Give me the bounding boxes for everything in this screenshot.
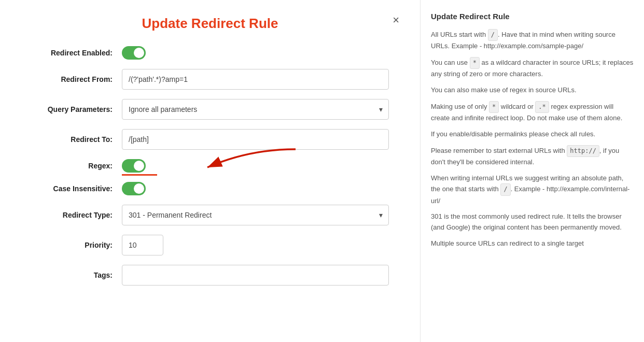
help-p4: Making use of only * wildcard or .* rege… bbox=[431, 101, 634, 124]
redirect-enabled-label: Redirect Enabled: bbox=[31, 49, 122, 57]
redirect-to-row: Redirect To: bbox=[31, 129, 389, 150]
help-p1: All URLs start with /. Have that in mind… bbox=[431, 29, 634, 52]
tags-row: Tags: bbox=[31, 265, 389, 286]
case-insensitive-row: Case Insensitive: ✓ bbox=[31, 182, 389, 195]
redirect-type-label: Redirect Type: bbox=[31, 211, 122, 219]
help-p9: Multiple source URLs can redirect to a s… bbox=[431, 238, 634, 249]
help-p3: You can also make use of regex in source… bbox=[431, 85, 634, 96]
slash-code2: / bbox=[500, 183, 510, 195]
modal-title: Update Redirect Rule bbox=[31, 16, 389, 32]
redirect-enabled-toggle[interactable]: ✓ bbox=[122, 46, 146, 60]
help-panel: Update Redirect Rule All URLs start with… bbox=[420, 0, 644, 342]
priority-label: Priority: bbox=[31, 241, 122, 249]
help-p6: Please remember to start external URLs w… bbox=[431, 145, 634, 168]
priority-input[interactable] bbox=[122, 235, 163, 255]
help-p5: If you enable/disable permalinks please … bbox=[431, 129, 634, 140]
help-p8: 301 is the most commonly used redirect r… bbox=[431, 211, 634, 233]
redirect-from-label: Redirect From: bbox=[31, 75, 122, 83]
star-code2: * bbox=[489, 101, 499, 113]
star-code: * bbox=[470, 57, 480, 69]
redirect-to-input[interactable] bbox=[122, 129, 389, 150]
slash-code: / bbox=[488, 29, 498, 41]
query-parameters-select[interactable]: Ignore all parameters Pass all parameter… bbox=[122, 99, 389, 120]
regex-underline bbox=[122, 174, 157, 176]
redirect-from-input[interactable] bbox=[122, 69, 389, 90]
help-p7: When writing internal URLs we suggest wr… bbox=[431, 173, 634, 207]
redirect-type-row: Redirect Type: 301 - Permanent Redirect … bbox=[31, 205, 389, 225]
help-p2: You can use * as a wildcard character in… bbox=[431, 57, 634, 80]
case-insensitive-toggle-wrapper: ✓ bbox=[122, 182, 146, 195]
toggle-slider-case bbox=[122, 182, 146, 195]
dot-star-code: .* bbox=[535, 101, 549, 113]
redirect-from-row: Redirect From: bbox=[31, 69, 389, 90]
redirect-enabled-row: Redirect Enabled: ✓ bbox=[31, 46, 389, 60]
query-parameters-select-wrapper: Ignore all parameters Pass all parameter… bbox=[122, 99, 389, 120]
regex-label: Regex: bbox=[31, 162, 122, 170]
regex-toggle-wrapper: ✓ bbox=[122, 159, 146, 173]
redirect-to-label: Redirect To: bbox=[31, 135, 122, 144]
tags-label: Tags: bbox=[31, 271, 122, 279]
priority-row: Priority: bbox=[31, 235, 389, 255]
query-parameters-row: Query Parameters: Ignore all parameters … bbox=[31, 99, 389, 120]
case-insensitive-label: Case Insensitive: bbox=[31, 184, 122, 193]
case-insensitive-toggle[interactable]: ✓ bbox=[122, 182, 146, 195]
toggle-slider bbox=[122, 46, 146, 60]
redirect-type-select-wrapper: 301 - Permanent Redirect 302 - Temporary… bbox=[122, 205, 389, 225]
regex-row: Regex: ✓ bbox=[31, 159, 389, 173]
help-title: Update Redirect Rule bbox=[431, 10, 634, 23]
tags-input[interactable] bbox=[122, 265, 389, 286]
redirect-type-select[interactable]: 301 - Permanent Redirect 302 - Temporary… bbox=[122, 205, 389, 225]
modal-left-panel: Update Redirect Rule × Redirect Enabled:… bbox=[0, 0, 420, 342]
query-parameters-label: Query Parameters: bbox=[31, 105, 122, 113]
redirect-enabled-toggle-wrapper: ✓ bbox=[122, 46, 146, 60]
http-code: http:// bbox=[567, 145, 599, 157]
close-button[interactable]: × bbox=[393, 15, 399, 26]
regex-toggle[interactable]: ✓ bbox=[122, 159, 146, 173]
toggle-slider-regex bbox=[122, 159, 146, 173]
